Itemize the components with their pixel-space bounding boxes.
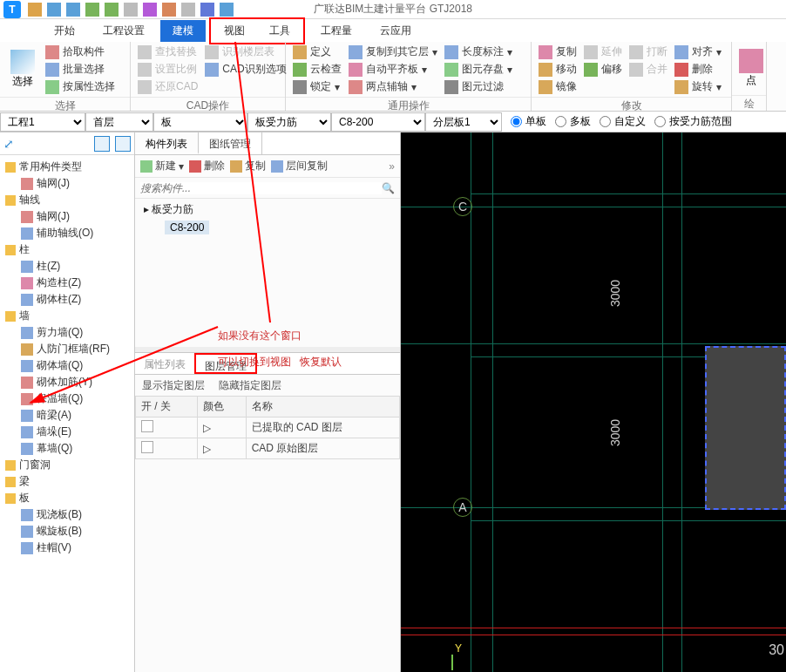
- view-mode2-button[interactable]: [115, 136, 131, 152]
- menu-view[interactable]: 视图: [212, 20, 257, 42]
- search-icon[interactable]: 🔍: [382, 182, 395, 194]
- tree-axisline-group[interactable]: 轴线: [5, 192, 131, 208]
- restore-cad-button[interactable]: 还原CAD: [136, 78, 200, 95]
- rotate-button[interactable]: 旋转▾: [673, 78, 723, 95]
- show-layer-link[interactable]: 显示指定图层: [142, 378, 205, 393]
- copy-button2[interactable]: 复制: [230, 159, 266, 173]
- menu-start[interactable]: 开始: [42, 20, 87, 42]
- save-elem-button[interactable]: 图元存盘▾: [443, 61, 514, 78]
- search-input[interactable]: [140, 182, 382, 194]
- tree-axis2[interactable]: 轴网(J): [21, 208, 131, 225]
- del-button[interactable]: 删除: [189, 159, 225, 173]
- tree-mwall[interactable]: 砌体墙(Q): [21, 357, 131, 374]
- batch-select-button[interactable]: 批量选择: [44, 61, 117, 78]
- tree-dbeam[interactable]: 暗梁(A): [21, 407, 131, 424]
- drawing-canvas[interactable]: C A 3000 3000 Y 30: [401, 132, 786, 672]
- delete-button[interactable]: 删除: [673, 61, 723, 78]
- qat-save-icon[interactable]: [66, 3, 80, 17]
- tree-shearwall[interactable]: 剪力墙(Q): [21, 324, 131, 341]
- filter-elem-button[interactable]: 图元过滤: [443, 78, 514, 95]
- menu-engset[interactable]: 工程设置: [91, 20, 157, 42]
- color-expand[interactable]: ▷: [197, 417, 246, 438]
- tab-drawing-mgmt[interactable]: 图纸管理: [199, 132, 262, 154]
- radio-multi[interactable]: 多板: [555, 114, 591, 129]
- expand-icon[interactable]: ⤢: [3, 137, 14, 151]
- tree-wallpier[interactable]: 墙垛(E): [21, 424, 131, 440]
- tree-axis[interactable]: 轴网(J): [21, 175, 131, 192]
- tree-rfwall[interactable]: 人防门框墙(RF): [21, 341, 131, 357]
- tree-column[interactable]: 柱(Z): [21, 258, 131, 275]
- dim-button[interactable]: 长度标注▾: [443, 44, 514, 60]
- qat-table-icon[interactable]: [200, 3, 214, 17]
- qat-redo-icon[interactable]: [105, 3, 119, 17]
- layer-select[interactable]: 分层板1: [425, 112, 502, 132]
- floor-select[interactable]: 首层: [85, 112, 153, 132]
- color-expand[interactable]: ▷: [197, 438, 246, 459]
- checkbox[interactable]: [141, 441, 153, 453]
- tree-aux[interactable]: 辅助轴线(O): [21, 225, 131, 241]
- floorcopy-button[interactable]: 层间复制: [271, 159, 328, 173]
- tree-door-group[interactable]: 门窗洞: [5, 457, 131, 473]
- tree-ccolumn[interactable]: 构造柱(Z): [21, 275, 131, 291]
- offset-button[interactable]: 偏移: [582, 61, 624, 78]
- qat-icon[interactable]: [124, 3, 138, 17]
- qat-icon[interactable]: [181, 3, 195, 17]
- tree-mcolumn[interactable]: 砌体柱(Z): [21, 291, 131, 308]
- menu-model[interactable]: 建模: [160, 20, 206, 42]
- tree-beam-group[interactable]: 梁: [5, 473, 131, 490]
- tab-component-list[interactable]: 构件列表: [135, 132, 199, 154]
- subtype-select[interactable]: 板受力筋: [247, 112, 331, 132]
- hide-layer-link[interactable]: 隐藏指定图层: [219, 378, 281, 393]
- tree-castslab[interactable]: 现浇板(B): [21, 506, 131, 523]
- break-button[interactable]: 打断: [627, 44, 669, 60]
- point-button[interactable]: 点: [737, 44, 765, 93]
- radio-single[interactable]: 单板: [511, 114, 546, 129]
- merge-button[interactable]: 合并: [627, 61, 669, 78]
- tab-props[interactable]: 属性列表: [135, 353, 194, 374]
- tree-mrein[interactable]: 砌体加筋(Y): [21, 374, 131, 390]
- qat-region-icon[interactable]: [143, 3, 157, 17]
- list-item-parent[interactable]: ▸ 板受力筋: [144, 202, 391, 217]
- pick-button[interactable]: 拾取构件: [44, 44, 117, 60]
- mirror-button[interactable]: 镜像: [537, 78, 579, 95]
- find-replace-button[interactable]: 查找替换: [136, 44, 200, 60]
- tree-spiralslab[interactable]: 螺旋板(B): [21, 523, 131, 540]
- menu-engqty[interactable]: 工程量: [308, 20, 364, 42]
- view-mode1-button[interactable]: [94, 136, 110, 152]
- tree-inswall[interactable]: 保温墙(Q): [21, 390, 131, 407]
- qat-print-icon[interactable]: [220, 3, 234, 17]
- radio-range[interactable]: 按受力筋范围: [654, 114, 732, 129]
- set-scale-button[interactable]: 设置比例: [136, 61, 200, 78]
- list-item-selected[interactable]: C8-200: [165, 221, 209, 234]
- recognize-table-button[interactable]: 识别楼层表: [203, 44, 288, 60]
- table-row[interactable]: ▷已提取的 CAD 图层: [136, 417, 400, 438]
- checkbox[interactable]: [141, 420, 153, 432]
- tree-column-group[interactable]: 柱: [5, 241, 131, 258]
- lock-button[interactable]: 锁定▾: [291, 78, 343, 95]
- select-button[interactable]: 选择: [5, 44, 40, 95]
- new-button[interactable]: 新建▾: [140, 159, 184, 173]
- tree-columncap[interactable]: 柱帽(V): [21, 540, 131, 556]
- tree-curtainwall[interactable]: 幕墙(Q): [21, 440, 131, 457]
- table-row[interactable]: ▷CAD 原始图层: [136, 438, 400, 459]
- qat-undo-icon[interactable]: [85, 3, 99, 17]
- menu-cloud[interactable]: 云应用: [368, 20, 423, 42]
- type-select[interactable]: 板: [153, 112, 247, 132]
- tree-slab-group[interactable]: 板: [5, 490, 131, 506]
- copy-floor-button[interactable]: 复制到其它层▾: [347, 44, 439, 60]
- prop-select-button[interactable]: 按属性选择: [44, 78, 117, 95]
- auto-align-button[interactable]: 自动平齐板▾: [347, 61, 439, 78]
- bar-select[interactable]: C8-200: [331, 112, 425, 132]
- copy-button[interactable]: 复制: [537, 44, 579, 60]
- tree-root[interactable]: 常用构件类型: [5, 159, 131, 175]
- move-button[interactable]: 移动: [537, 61, 579, 78]
- radio-custom[interactable]: 自定义: [600, 114, 646, 129]
- menu-tool[interactable]: 工具: [257, 20, 302, 42]
- project-select[interactable]: 工程1: [0, 112, 85, 132]
- align-button[interactable]: 对齐▾: [673, 44, 723, 60]
- qat-new-icon[interactable]: [28, 3, 42, 17]
- aux-axis-button[interactable]: 两点辅轴▾: [347, 78, 439, 95]
- define-button[interactable]: 定义: [291, 44, 343, 60]
- qat-open-icon[interactable]: [47, 3, 61, 17]
- cad-option-button[interactable]: CAD识别选项: [203, 61, 288, 78]
